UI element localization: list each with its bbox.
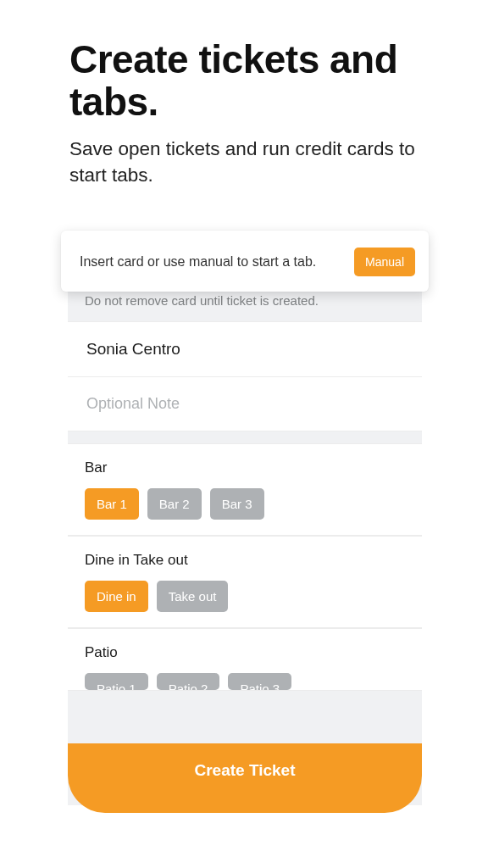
- option-group-title: Dine in Take out: [85, 552, 405, 569]
- option-chip[interactable]: Dine in: [85, 581, 148, 612]
- option-group: PatioPatio 1Patio 2Patio 3: [68, 628, 422, 691]
- option-chip[interactable]: Bar 3: [210, 488, 264, 520]
- option-chip[interactable]: Take out: [157, 581, 229, 612]
- option-chip[interactable]: Bar 2: [147, 488, 202, 520]
- option-chip[interactable]: Patio 1: [85, 673, 148, 690]
- option-chip[interactable]: Patio 2: [157, 673, 220, 690]
- create-ticket-button[interactable]: Create Ticket: [68, 743, 422, 813]
- page-title: Create tickets and tabs.: [69, 39, 422, 123]
- create-ticket-label: Create Ticket: [195, 761, 296, 780]
- start-tab-text: Insert card or use manual to start a tab…: [80, 254, 316, 270]
- optional-note-field[interactable]: Optional Note: [68, 377, 422, 431]
- option-group-chips: Bar 1Bar 2Bar 3: [85, 488, 405, 520]
- start-tab-banner: Insert card or use manual to start a tab…: [61, 231, 429, 292]
- option-group-title: Bar: [85, 459, 405, 476]
- option-group: Dine in Take outDine inTake out: [68, 536, 422, 628]
- option-group-title: Patio: [85, 644, 405, 661]
- page-subtitle: Save open tickets and run credit cards t…: [69, 136, 422, 188]
- phone-screenshot: Insert card or use manual to start a tab…: [61, 231, 429, 868]
- option-group: BarBar 1Bar 2Bar 3: [68, 443, 422, 536]
- option-group-chips: Patio 1Patio 2Patio 3: [85, 673, 405, 690]
- option-group-chips: Dine inTake out: [85, 581, 405, 612]
- option-chip[interactable]: Bar 1: [85, 488, 139, 520]
- option-chip[interactable]: Patio 3: [228, 673, 291, 690]
- manual-button[interactable]: Manual: [354, 248, 415, 276]
- ticket-panel: Do not remove card until ticket is creat…: [68, 281, 422, 805]
- customer-name-field[interactable]: Sonia Centro: [68, 321, 422, 377]
